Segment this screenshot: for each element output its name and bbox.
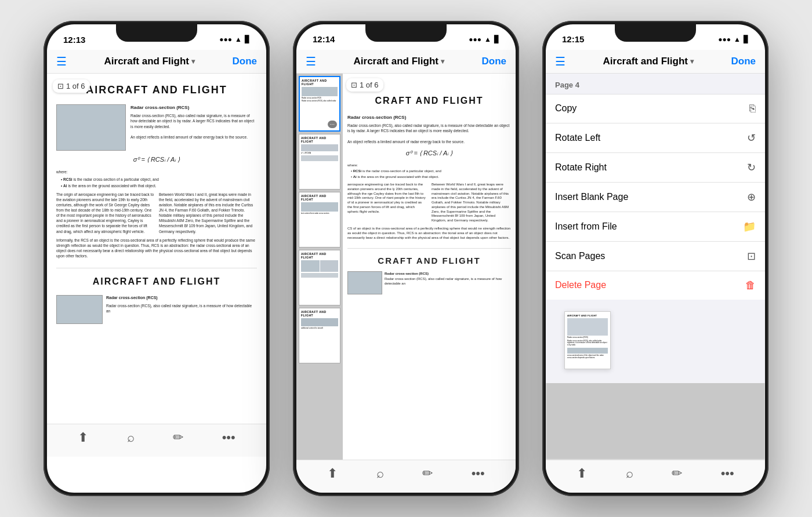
- time-2: 12:14: [313, 34, 335, 44]
- nav-title-2: Aircraft and Flight ▾: [354, 56, 444, 67]
- thumbnail-sidebar: AIRCRAFT AND FLIGHT Radar cross-section …: [296, 74, 343, 460]
- wifi-icon: ▲: [235, 35, 242, 43]
- insert-file-label: Insert from File: [555, 221, 617, 232]
- phone2-layout: AIRCRAFT AND FLIGHT Radar cross-section …: [296, 74, 516, 460]
- share-button-3[interactable]: ⬆: [577, 466, 587, 481]
- two-col-section-1: The origin of aerospace engineering can …: [56, 192, 257, 234]
- done-button-3[interactable]: Done: [731, 56, 756, 67]
- thumbnail-4[interactable]: AIRCRAFT AND FLIGHT: [299, 250, 340, 305]
- rotate-left-label: Rotate Left: [555, 133, 600, 143]
- insert-file-icon: 📁: [743, 220, 756, 233]
- col-right-1: Between World Wars I and II, great leaps…: [159, 192, 257, 234]
- time-3: 12:15: [562, 34, 584, 44]
- page-content-1: ⊡ 1 of 6 AIRCRAFT AND FLIGHT Radar cross…: [47, 74, 266, 424]
- sidebar-icon-2[interactable]: ☰: [306, 54, 316, 68]
- share-button-1[interactable]: ⬆: [78, 430, 88, 445]
- chevron-icon-3: ▾: [690, 57, 694, 65]
- document-1: AIRCRAFT AND FLIGHT Radar cross-section …: [47, 74, 266, 424]
- notch-2: [365, 24, 447, 42]
- status-icons-3: ●●● ▲ ▊: [718, 35, 749, 43]
- where-label-1: where:: [56, 169, 257, 174]
- status-icons-2: ●●● ▲ ▊: [469, 35, 499, 43]
- thumbnail-1[interactable]: AIRCRAFT AND FLIGHT Radar cross-section …: [299, 76, 340, 132]
- nav-bar-3: ☰ Aircraft and Flight ▾ Done: [546, 50, 765, 74]
- page-preview-container: AIRCRAFT AND FLIGHT Radar cross-section …: [546, 300, 765, 383]
- thumbnail-5[interactable]: AIRCRAFT AND FLIGHT additional content f…: [299, 308, 340, 363]
- more-button-1[interactable]: •••: [222, 430, 235, 445]
- thumbnail-2[interactable]: AIRCRAFT AND FLIGHT σ⁰ = ⟨RCS/A⟩: [299, 134, 340, 190]
- doc-body-1: Radar cross-section (RCS), also called r…: [130, 113, 257, 129]
- more-button-2[interactable]: •••: [472, 466, 485, 481]
- done-button-2[interactable]: Done: [482, 56, 507, 67]
- chevron-icon-2: ▾: [441, 57, 444, 65]
- nav-bar-2: ☰ Aircraft and Flight ▾ Done: [296, 50, 516, 74]
- rotate-right-icon: ↻: [747, 161, 756, 174]
- bottom-toolbar-1: ⬆ ⌕ ✏ •••: [47, 424, 266, 457]
- bottom-toolbar-3: ⬆ ⌕ ✏ •••: [546, 460, 765, 493]
- formula-1: σ⁰ = ⟨ RCSᵢ / Aᵢ ⟩: [56, 155, 257, 164]
- search-button-2[interactable]: ⌕: [376, 466, 384, 481]
- signal-icon: ●●●: [219, 35, 232, 43]
- phone3-content: Page 4 Copy ⎘ Rotate Left ↺ Rotate Right…: [546, 74, 765, 460]
- signal-icon-3: ●●●: [718, 35, 731, 43]
- annotation-button-2[interactable]: ✏: [422, 466, 433, 481]
- doc-body-5: Informally, the RCS of an object is the …: [56, 238, 257, 258]
- more-button-3[interactable]: •••: [721, 466, 734, 481]
- menu-item-rotate-right[interactable]: Rotate Right ↻: [546, 152, 765, 182]
- page-icon-2: ⊡: [351, 81, 357, 89]
- sidebar-icon-3[interactable]: ☰: [555, 54, 566, 68]
- sidebar-icon-1[interactable]: ☰: [56, 54, 67, 68]
- col-left-1: The origin of aerospace engineering can …: [56, 192, 154, 234]
- search-button-1[interactable]: ⌕: [127, 430, 135, 445]
- menu-item-delete[interactable]: Delete Page 🗑: [546, 271, 765, 300]
- insert-blank-label: Insert Blank Page: [555, 192, 628, 202]
- menu-item-rotate-left[interactable]: Rotate Left ↺: [546, 123, 765, 152]
- doc-body-6: Radar cross-section (RCS), also called r…: [106, 303, 257, 314]
- page-icon-1: ⊡: [57, 82, 64, 90]
- page-preview: AIRCRAFT AND FLIGHT Radar cross-section …: [564, 311, 611, 369]
- section-title-2: Radar cross-section (RCS): [106, 295, 257, 301]
- delete-label: Delete Page: [555, 280, 606, 290]
- rotate-right-label: Rotate Right: [555, 162, 607, 173]
- delete-icon: 🗑: [745, 279, 756, 292]
- aircraft-image-1: [56, 104, 126, 151]
- menu-item-insert-blank[interactable]: Insert Blank Page ⊕: [546, 182, 765, 212]
- chevron-icon-1: ▾: [191, 57, 195, 65]
- thumb-dots-1[interactable]: ···: [328, 121, 337, 128]
- document-2: CRAFT AND FLIGHT Radar cross-section (RC…: [343, 74, 516, 460]
- bullet-1: • RCSi is the radar cross-section of a p…: [56, 177, 257, 182]
- notch-1: [116, 24, 197, 42]
- menu-header: Page 4: [546, 74, 765, 94]
- section-title-1: Radar cross-section (RCS): [130, 104, 257, 111]
- nav-title-3: Aircraft and Flight ▾: [603, 56, 694, 67]
- phone-1: 12:13 ●●● ▲ ▊ ☰ Aircraft and Flight ▾ Do…: [44, 21, 270, 496]
- copy-label: Copy: [555, 103, 577, 114]
- annotation-button-1[interactable]: ✏: [173, 430, 183, 445]
- doc-title-p2: CRAFT AND FLIGHT: [347, 94, 511, 107]
- doc-title-2: AIRCRAFT AND FLIGHT: [56, 275, 257, 288]
- second-page-1: AIRCRAFT AND FLIGHT Radar cross-section …: [56, 268, 257, 324]
- phone-2: 12:14 ●●● ▲ ▊ ☰ Aircraft and Flight ▾ Do…: [293, 21, 519, 496]
- search-button-3[interactable]: ⌕: [626, 466, 633, 481]
- status-icons-1: ●●● ▲ ▊: [219, 35, 250, 43]
- signal-icon-2: ●●●: [469, 35, 481, 43]
- share-button-2[interactable]: ⬆: [327, 466, 338, 481]
- menu-item-copy[interactable]: Copy ⎘: [546, 94, 765, 123]
- menu-item-insert-file[interactable]: Insert from File 📁: [546, 212, 765, 241]
- wifi-icon-2: ▲: [484, 35, 491, 43]
- battery-icon-2: ▊: [494, 35, 499, 43]
- thumbnail-3[interactable]: AIRCRAFT AND FLIGHT text content here ra…: [299, 192, 340, 247]
- aircraft-image-2: [56, 295, 103, 324]
- phone2-main: ⊡ 1 of 6 CRAFT AND FLIGHT Radar cross-se…: [343, 74, 516, 460]
- doc-body-2: An object reflects a limited amount of r…: [130, 134, 257, 140]
- scan-icon: ⊡: [747, 250, 756, 263]
- page-badge-1: ⊡ 1 of 6: [53, 79, 90, 93]
- context-menu: Page 4 Copy ⎘ Rotate Left ↺ Rotate Right…: [546, 74, 765, 383]
- battery-icon: ▊: [245, 35, 250, 43]
- menu-item-scan[interactable]: Scan Pages ⊡: [546, 241, 765, 271]
- page-badge-2: ⊡ 1 of 6: [346, 78, 383, 92]
- annotation-button-3[interactable]: ✏: [672, 466, 682, 481]
- phone-3: 12:15 ●●● ▲ ▊ ☰ Aircraft and Flight ▾ Do…: [542, 21, 768, 496]
- done-button-1[interactable]: Done: [233, 56, 258, 67]
- copy-icon: ⎘: [749, 103, 756, 115]
